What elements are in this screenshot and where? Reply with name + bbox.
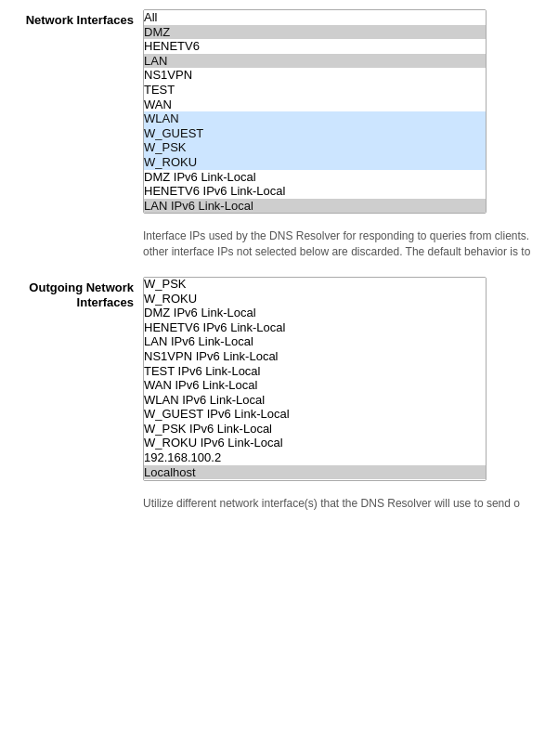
network-interfaces-input-col: AllDMZHENETV6LANNS1VPNTESTWANWLANW_GUEST… [143,9,532,214]
outgoing-interfaces-listbox[interactable]: AllDMZHENETV6LANNS1VPNTESTWANWLANW_GUEST… [143,277,487,481]
network-interfaces-label: Network Interfaces [13,9,143,29]
outgoing-interfaces-description: Utilize different network interface(s) t… [143,496,542,512]
network-interfaces-row: Network Interfaces AllDMZHENETV6LANNS1VP… [13,9,532,214]
outgoing-interfaces-label: Outgoing NetworkInterfaces [13,277,143,312]
outgoing-interfaces-desc-row: Utilize different network interface(s) t… [13,490,532,512]
network-interfaces-description: Interface IPs used by the DNS Resolver f… [143,228,542,260]
network-interfaces-desc-row: Interface IPs used by the DNS Resolver f… [13,223,532,260]
network-interfaces-listbox[interactable]: AllDMZHENETV6LANNS1VPNTESTWANWLANW_GUEST… [143,9,487,214]
outgoing-interfaces-input-col: AllDMZHENETV6LANNS1VPNTESTWANWLANW_GUEST… [143,277,532,481]
outgoing-interfaces-row: Outgoing NetworkInterfaces AllDMZHENETV6… [13,277,532,481]
page-container: Network Interfaces AllDMZHENETV6LANNS1VP… [0,0,545,756]
